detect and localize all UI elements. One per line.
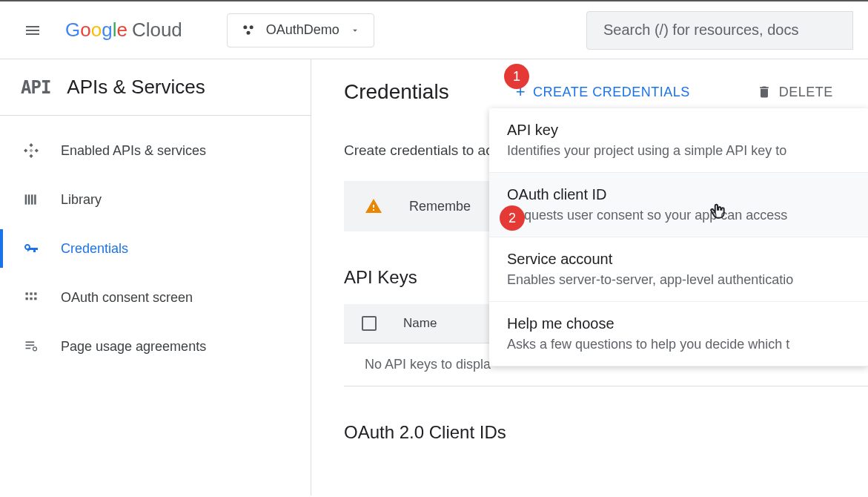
api-icon: API: [21, 77, 50, 98]
sidebar: API APIs & Services Enabled APIs & servi…: [0, 59, 311, 496]
svg-rect-3: [29, 143, 33, 147]
svg-point-0: [243, 25, 247, 29]
svg-rect-5: [35, 148, 39, 152]
create-credentials-button[interactable]: + CREATE CREDENTIALS: [516, 82, 690, 102]
dropdown-item-help-me-choose[interactable]: Help me choose Asks a few questions to h…: [489, 302, 868, 366]
logo-cloud-text: Cloud: [132, 19, 182, 42]
sidebar-item-label: Library: [61, 192, 102, 208]
dropdown-desc: Identifies your project using a simple A…: [507, 143, 850, 159]
dropdown-title: Help me choose: [507, 315, 850, 332]
menu-button[interactable]: [15, 13, 50, 48]
dropdown-item-oauth-client-id[interactable]: OAuth client ID Requests user consent so…: [489, 173, 868, 237]
column-name: Name: [403, 316, 437, 331]
svg-rect-11: [34, 194, 36, 204]
create-credentials-dropdown: API key Identifies your project using a …: [489, 108, 868, 366]
dropdown-desc: Requests user consent so your app can ac…: [507, 208, 850, 223]
svg-rect-9: [28, 194, 30, 204]
project-selector[interactable]: OAuthDemo: [227, 13, 374, 47]
key-icon: [22, 240, 40, 257]
top-header: Google Cloud OAuthDemo Search (/) for re…: [0, 1, 868, 59]
sidebar-item-label: Credentials: [61, 241, 128, 257]
chevron-down-icon: [350, 25, 360, 36]
dropdown-item-service-account[interactable]: Service account Enables server-to-server…: [489, 237, 868, 302]
svg-rect-19: [26, 345, 35, 346]
svg-rect-12: [26, 292, 28, 294]
project-icon: [241, 23, 256, 38]
sidebar-item-label: Page usage agreements: [61, 339, 206, 355]
agreement-icon: [22, 338, 40, 355]
svg-rect-10: [31, 194, 33, 204]
dropdown-title: Service account: [507, 251, 850, 268]
sidebar-item-oauth-consent[interactable]: OAuth consent screen: [0, 273, 311, 322]
svg-point-21: [33, 347, 37, 351]
svg-rect-18: [26, 341, 35, 343]
svg-rect-8: [25, 194, 27, 204]
page-title: Credentials: [344, 80, 449, 104]
sidebar-item-enabled-apis[interactable]: Enabled APIs & services: [0, 126, 311, 175]
svg-rect-14: [34, 292, 36, 294]
sidebar-title: APIs & Services: [67, 76, 205, 99]
svg-rect-15: [26, 297, 28, 300]
svg-rect-6: [29, 154, 33, 158]
search-placeholder: Search (/) for resources, docs: [603, 22, 798, 39]
dropdown-title: OAuth client ID: [507, 186, 850, 203]
dropdown-item-api-key[interactable]: API key Identifies your project using a …: [489, 108, 868, 173]
trash-icon: [757, 85, 772, 99]
annotation-badge-1: 1: [504, 64, 529, 89]
google-cloud-logo[interactable]: Google Cloud: [65, 19, 182, 42]
delete-button[interactable]: DELETE: [757, 85, 833, 100]
warning-text: Remembe: [409, 199, 471, 214]
warning-icon: [365, 197, 382, 215]
sidebar-header: API APIs & Services: [0, 59, 311, 116]
pointer-cursor-icon: [708, 200, 727, 223]
sidebar-item-credentials[interactable]: Credentials: [0, 224, 311, 273]
sidebar-item-label: Enabled APIs & services: [61, 143, 206, 159]
svg-point-2: [246, 30, 250, 34]
select-all-checkbox[interactable]: [362, 316, 377, 331]
sidebar-item-label: OAuth consent screen: [61, 290, 193, 306]
diamond-icon: [22, 142, 40, 159]
create-credentials-label: CREATE CREDENTIALS: [533, 85, 690, 100]
dropdown-title: API key: [507, 122, 850, 139]
svg-rect-7: [29, 148, 33, 152]
svg-point-1: [249, 25, 253, 29]
svg-rect-20: [26, 348, 31, 349]
search-input[interactable]: Search (/) for resources, docs: [586, 11, 853, 50]
sidebar-item-library[interactable]: Library: [0, 175, 311, 224]
dropdown-desc: Asks a few questions to help you decide …: [507, 337, 850, 352]
main-content: Credentials + CREATE CREDENTIALS DELETE …: [311, 59, 868, 496]
library-icon: [22, 191, 40, 208]
svg-rect-13: [30, 292, 32, 294]
sidebar-item-page-usage[interactable]: Page usage agreements: [0, 322, 311, 371]
project-name: OAuthDemo: [266, 22, 339, 38]
dropdown-desc: Enables server-to-server, app-level auth…: [507, 272, 850, 288]
svg-rect-16: [30, 297, 32, 300]
hamburger-icon: [24, 22, 42, 39]
section-oauth-title: OAuth 2.0 Client IDs: [344, 422, 868, 443]
delete-label: DELETE: [779, 85, 833, 100]
annotation-badge-2: 2: [500, 205, 525, 231]
svg-rect-4: [24, 148, 27, 152]
svg-rect-17: [34, 297, 36, 300]
consent-icon: [22, 289, 40, 306]
